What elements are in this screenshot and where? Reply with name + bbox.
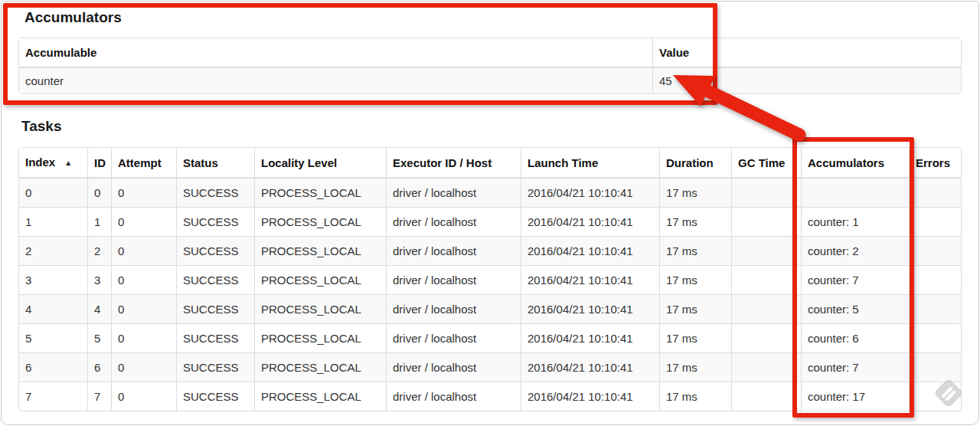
- skitch-watermark-icon: [931, 375, 966, 411]
- task-row: 7 7 0 SUCCESS PROCESS_LOCAL driver / loc…: [19, 382, 961, 411]
- cell-attempt: 0: [111, 207, 176, 236]
- cell-index: 5: [19, 323, 87, 352]
- cell-accumulators: counter: 1: [801, 207, 909, 236]
- cell-id: 0: [87, 179, 111, 207]
- cell-index: 0: [19, 179, 87, 207]
- cell-status: SUCCESS: [176, 294, 254, 323]
- column-header-accumulable: Accumulable: [19, 38, 652, 68]
- column-header-locality-level[interactable]: Locality Level: [254, 148, 386, 179]
- cell-id: 4: [87, 294, 111, 323]
- cell-accumulators: [801, 179, 909, 207]
- cell-accumulators: counter: 2: [801, 236, 909, 265]
- accumulators-header-row: Accumulable Value: [19, 38, 961, 68]
- cell-attempt: 0: [111, 294, 176, 323]
- column-header-duration[interactable]: Duration: [659, 148, 731, 179]
- cell-index: 4: [19, 294, 87, 323]
- cell-executor-id-host: driver / localhost: [386, 207, 521, 236]
- cell-gc-time: [731, 382, 801, 411]
- cell-duration: 17 ms: [659, 352, 731, 382]
- page-content: Accumulators Accumulable Value counter 4…: [2, 2, 978, 411]
- accumulators-table: Accumulable Value counter 45: [18, 38, 962, 94]
- cell-errors: [909, 179, 961, 207]
- cell-gc-time: [731, 352, 801, 382]
- cell-id: 6: [87, 352, 111, 382]
- cell-errors: [909, 265, 961, 294]
- column-header-launch-time[interactable]: Launch Time: [521, 148, 659, 179]
- cell-gc-time: [731, 265, 801, 294]
- cell-id: 5: [87, 323, 111, 352]
- cell-accumulators: counter: 5: [801, 294, 909, 323]
- cell-accumulators: counter: 7: [801, 265, 909, 294]
- column-header-accumulators[interactable]: Accumulators: [801, 148, 909, 179]
- cell-id: 1: [87, 207, 111, 236]
- cell-launch-time: 2016/04/21 10:10:41: [521, 323, 659, 352]
- cell-attempt: 0: [111, 179, 176, 207]
- cell-executor-id-host: driver / localhost: [386, 352, 521, 382]
- column-header-id[interactable]: ID: [87, 148, 111, 179]
- cell-index: 3: [19, 265, 87, 294]
- task-row: 1 1 0 SUCCESS PROCESS_LOCAL driver / loc…: [19, 207, 961, 236]
- cell-status: SUCCESS: [176, 236, 254, 265]
- cell-locality-level: PROCESS_LOCAL: [254, 236, 386, 265]
- cell-accumulators: counter: 6: [801, 323, 909, 352]
- cell-locality-level: PROCESS_LOCAL: [254, 207, 386, 236]
- cell-locality-level: PROCESS_LOCAL: [254, 382, 386, 411]
- cell-launch-time: 2016/04/21 10:10:41: [521, 236, 659, 265]
- cell-status: SUCCESS: [176, 207, 254, 236]
- cell-launch-time: 2016/04/21 10:10:41: [521, 352, 659, 382]
- cell-status: SUCCESS: [176, 265, 254, 294]
- cell-attempt: 0: [111, 352, 176, 382]
- cell-executor-id-host: driver / localhost: [386, 265, 521, 294]
- cell-duration: 17 ms: [659, 236, 731, 265]
- cell-launch-time: 2016/04/21 10:10:41: [521, 207, 659, 236]
- accumulator-row: counter 45: [19, 68, 961, 93]
- cell-accumulators: counter: 17: [801, 382, 909, 411]
- cell-executor-id-host: driver / localhost: [386, 382, 521, 411]
- cell-value: 45: [652, 68, 961, 93]
- cell-attempt: 0: [111, 382, 176, 411]
- cell-locality-level: PROCESS_LOCAL: [254, 323, 386, 352]
- column-header-errors[interactable]: Errors: [909, 148, 961, 179]
- tasks-header-row: Index▲ ID Attempt Status Locality Level …: [19, 148, 961, 179]
- column-header-executor-id-host[interactable]: Executor ID / Host: [386, 148, 521, 179]
- cell-id: 2: [87, 236, 111, 265]
- cell-accumulators: counter: 7: [801, 352, 909, 382]
- cell-id: 3: [87, 265, 111, 294]
- task-row: 0 0 0 SUCCESS PROCESS_LOCAL driver / loc…: [19, 179, 961, 207]
- cell-attempt: 0: [111, 265, 176, 294]
- column-header-index[interactable]: Index▲: [19, 148, 87, 179]
- cell-gc-time: [731, 236, 801, 265]
- column-header-status[interactable]: Status: [176, 148, 254, 179]
- cell-attempt: 0: [111, 236, 176, 265]
- cell-executor-id-host: driver / localhost: [386, 179, 521, 207]
- cell-gc-time: [731, 207, 801, 236]
- task-row: 2 2 0 SUCCESS PROCESS_LOCAL driver / loc…: [19, 236, 961, 265]
- column-header-gc-time[interactable]: GC Time: [731, 148, 801, 179]
- cell-launch-time: 2016/04/21 10:10:41: [521, 265, 659, 294]
- cell-errors: [909, 294, 961, 323]
- column-header-attempt[interactable]: Attempt: [111, 148, 176, 179]
- cell-status: SUCCESS: [176, 179, 254, 207]
- cell-duration: 17 ms: [659, 382, 731, 411]
- cell-attempt: 0: [111, 323, 176, 352]
- cell-status: SUCCESS: [176, 382, 254, 411]
- column-header-value: Value: [652, 38, 961, 68]
- cell-errors: [909, 236, 961, 265]
- task-row: 5 5 0 SUCCESS PROCESS_LOCAL driver / loc…: [19, 323, 961, 352]
- cell-launch-time: 2016/04/21 10:10:41: [521, 294, 659, 323]
- cell-duration: 17 ms: [659, 265, 731, 294]
- cell-gc-time: [731, 294, 801, 323]
- cell-launch-time: 2016/04/21 10:10:41: [521, 382, 659, 411]
- cell-accumulable: counter: [19, 68, 652, 93]
- task-row: 3 3 0 SUCCESS PROCESS_LOCAL driver / loc…: [19, 265, 961, 294]
- cell-executor-id-host: driver / localhost: [386, 236, 521, 265]
- cell-duration: 17 ms: [659, 323, 731, 352]
- column-header-index-label: Index: [25, 156, 55, 169]
- tasks-table: Index▲ ID Attempt Status Locality Level …: [18, 147, 962, 411]
- cell-errors: [909, 207, 961, 236]
- cell-errors: [909, 323, 961, 352]
- sort-ascending-icon: ▲: [64, 159, 72, 167]
- task-row: 6 6 0 SUCCESS PROCESS_LOCAL driver / loc…: [19, 352, 961, 382]
- cell-index: 2: [19, 236, 87, 265]
- cell-locality-level: PROCESS_LOCAL: [254, 294, 386, 323]
